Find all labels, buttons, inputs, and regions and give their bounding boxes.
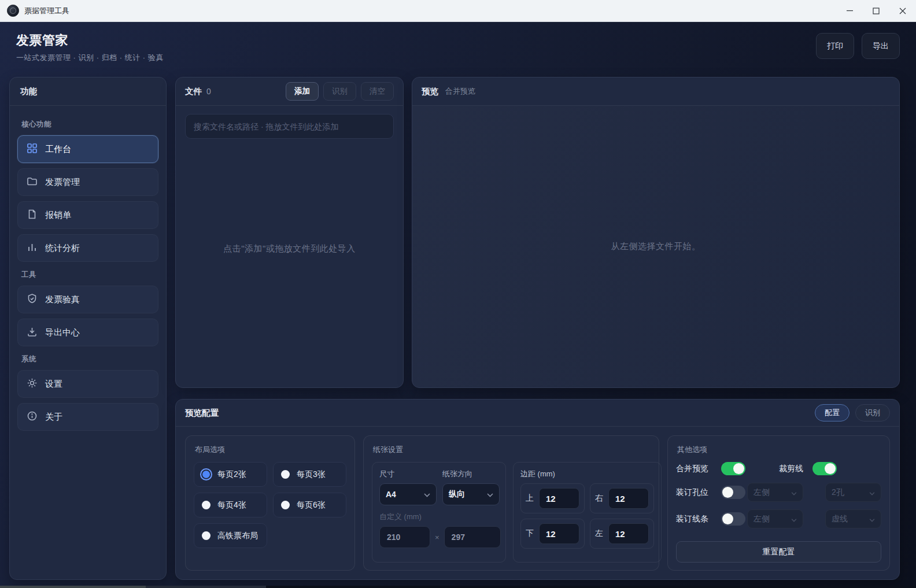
margin-bottom-input[interactable] [539, 523, 579, 544]
radio-hsr-ticket-layout[interactable]: 高铁票布局 [194, 523, 267, 548]
custom-width-input[interactable] [379, 526, 430, 548]
custom-size-row: × [379, 526, 498, 548]
margins-grid: 上 右 下 左 [520, 483, 654, 549]
horizontal-scrollbar-thumb[interactable] [0, 586, 146, 588]
app-window: 发票管家 一站式发票管理 · 识别 · 归档 · 统计 · 验真 打印 导出 功… [0, 22, 916, 586]
minimize-icon[interactable] [836, 0, 863, 22]
recognize-button[interactable]: 识别 [323, 82, 356, 101]
sidebar-section-core: 核心功能 [21, 120, 154, 130]
config-title: 预览配置 [185, 408, 219, 419]
sidebar-item-export-center[interactable]: 导出中心 [17, 319, 158, 346]
sidebar: 功能 核心功能 工作台 发票管理 [9, 77, 167, 580]
export-button[interactable]: 导出 [862, 33, 900, 59]
files-actions: 添加 识别 清空 [286, 82, 394, 101]
clear-button[interactable]: 清空 [361, 82, 394, 101]
sidebar-item-invoice-verify[interactable]: 发票验真 [17, 286, 158, 313]
margins-box: 边距 (mm) 上 右 下 [513, 462, 662, 563]
orientation-select[interactable]: 纵向 [442, 483, 500, 505]
radio-icon [281, 470, 290, 479]
binding-style-select[interactable]: 虚线 [825, 509, 881, 528]
custom-height-input[interactable] [444, 526, 501, 548]
sidebar-item-reimbursement[interactable]: 报销单 [17, 201, 158, 229]
chevron-down-icon [487, 489, 493, 500]
window-title: 票据管理工具 [24, 6, 69, 16]
config-actions: 配置 识别 [815, 404, 890, 421]
close-icon[interactable] [889, 0, 916, 22]
size-select[interactable]: A4 [379, 483, 437, 505]
sidebar-item-invoice-management[interactable]: 发票管理 [17, 168, 158, 196]
binding-line-row: 装订线条 左侧 虚线 [676, 509, 881, 528]
binding-side-select[interactable]: 左侧 [747, 509, 803, 528]
print-button[interactable]: 打印 [816, 33, 854, 59]
header-actions: 打印 导出 [816, 32, 900, 77]
search-wrap [176, 106, 403, 139]
sidebar-item-about[interactable]: 关于 [17, 403, 158, 431]
margins-title: 边距 (mm) [520, 469, 654, 479]
sidebar-item-workbench[interactable]: 工作台 [17, 135, 158, 163]
chevron-down-icon [791, 487, 797, 498]
punch-holes-row: 装订孔位 左侧 2孔 [676, 483, 881, 502]
chevron-down-icon [424, 489, 430, 500]
gear-icon [27, 378, 38, 391]
sidebar-title: 功能 [20, 86, 37, 97]
radio-2-per-page[interactable]: 每页2张 [194, 462, 267, 487]
punch-holes-toggle[interactable] [721, 486, 745, 499]
toggle-knob [722, 513, 733, 524]
files-empty-text: 点击"添加"或拖放文件到此处导入 [223, 243, 356, 254]
sidebar-item-label: 发票管理 [45, 177, 80, 188]
preview-body: 从左侧选择文件开始。 [412, 106, 899, 387]
margin-left-cell: 左 [590, 519, 654, 549]
punch-side-select[interactable]: 左侧 [747, 483, 803, 502]
search-input[interactable] [185, 114, 394, 139]
radio-3-per-page[interactable]: 每页3张 [273, 462, 346, 487]
chevron-down-icon [869, 487, 875, 498]
other-options-title: 其他选项 [677, 445, 880, 455]
custom-size-label: 自定义 (mm) [379, 512, 498, 522]
preview-title: 预览 [422, 86, 438, 97]
sidebar-header: 功能 [10, 77, 166, 106]
sidebar-body: 核心功能 工作台 发票管理 [10, 106, 166, 442]
margin-right-input[interactable] [608, 488, 649, 509]
config-body: 布局选项 每页2张 每页3张 每页4张 [176, 427, 899, 579]
page-title: 发票管家 [16, 32, 164, 49]
add-button[interactable]: 添加 [286, 82, 319, 101]
sidebar-item-settings[interactable]: 设置 [17, 370, 158, 398]
preview-empty-text: 从左侧选择文件开始。 [611, 241, 701, 252]
margin-top-input[interactable] [539, 488, 579, 509]
paper-settings-card: 纸张设置 尺寸 A4 [363, 435, 659, 571]
paper-settings-title: 纸张设置 [373, 445, 649, 455]
maximize-icon[interactable] [863, 0, 889, 22]
sidebar-item-label: 导出中心 [45, 327, 80, 338]
sidebar-item-statistics[interactable]: 统计分析 [17, 234, 158, 262]
crop-line-toggle[interactable] [812, 462, 837, 475]
binding-line-toggle[interactable] [721, 512, 745, 526]
sidebar-item-label: 报销单 [45, 210, 71, 221]
merge-preview-toggle[interactable] [721, 462, 745, 475]
folder-icon [27, 176, 38, 189]
page-subtitle: 一站式发票管理 · 识别 · 归档 · 统计 · 验真 [16, 53, 164, 63]
grid-icon [27, 143, 38, 156]
radio-6-per-page[interactable]: 每页6张 [273, 493, 346, 517]
radio-4-per-page[interactable]: 每页4张 [194, 493, 267, 517]
preview-panel-header: 预览 合并预览 [412, 77, 899, 106]
sidebar-item-label: 工作台 [45, 144, 71, 155]
paper-size-box: 尺寸 A4 纸张方向 纵向 [372, 462, 506, 563]
punch-count-select[interactable]: 2孔 [825, 483, 881, 502]
files-panel-header: 文件 0 添加 识别 清空 [176, 77, 403, 106]
header-titles: 发票管家 一站式发票管理 · 识别 · 归档 · 统计 · 验真 [16, 32, 164, 77]
config-tab-button[interactable]: 配置 [815, 404, 849, 421]
toggle-knob [722, 487, 733, 498]
recognize-tab-button[interactable]: 识别 [855, 404, 890, 421]
app-header: 发票管家 一站式发票管理 · 识别 · 归档 · 统计 · 验真 打印 导出 [0, 22, 916, 77]
toggle-knob [825, 463, 836, 474]
files-dropzone[interactable]: 点击"添加"或拖放文件到此处导入 [176, 139, 403, 358]
config-panel-header: 预览配置 配置 识别 [176, 400, 899, 427]
margin-left-input[interactable] [608, 523, 649, 544]
shield-check-icon [27, 293, 38, 306]
radio-icon [202, 531, 210, 540]
binding-line-selects: 左侧 虚线 [747, 509, 881, 528]
info-icon [27, 411, 38, 424]
reset-config-button[interactable]: 重置配置 [676, 541, 881, 563]
files-title: 文件 [185, 86, 202, 97]
orientation-label: 纸张方向 [442, 469, 500, 479]
